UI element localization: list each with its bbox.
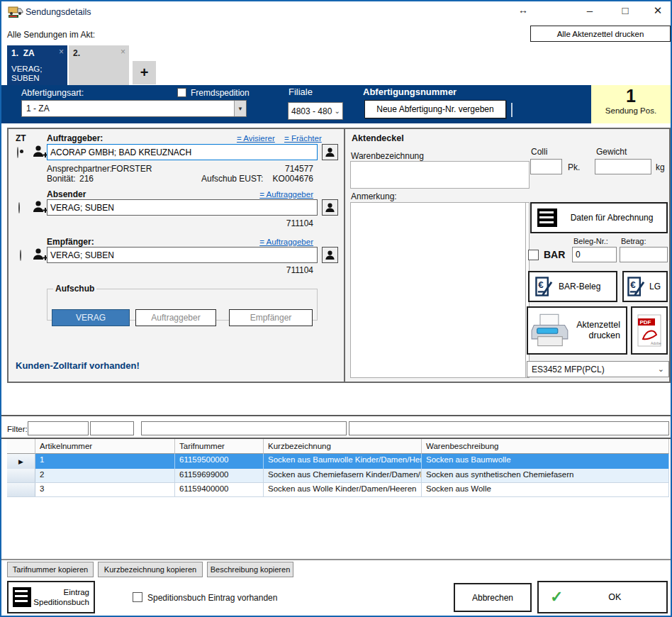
col-warenbeschreibung[interactable]: Warenbeschreibung <box>422 439 669 454</box>
bonitaet-value: 216 <box>79 174 94 184</box>
aktenzettel-drucken-button[interactable]: Aktenzettel drucken <box>527 306 627 355</box>
billing-divider <box>525 202 526 378</box>
cell-kurzbezeichnung[interactable]: Socken aus Chemiefasern Kinder/Damen/Hee… <box>264 469 422 482</box>
ok-button[interactable]: ✓ OK <box>537 581 668 613</box>
anmerkung-label: Anmerkung: <box>351 191 397 201</box>
printer-chevron-icon: ⌄ <box>654 365 668 374</box>
table-row[interactable]: ▶ 1 61159500000 Socken aus Baumwolle Kin… <box>7 454 669 469</box>
resize-icon[interactable]: ↔ <box>513 4 533 16</box>
warenbezeichnung-textarea[interactable] <box>350 161 530 189</box>
auftraggeber-input[interactable] <box>47 144 318 160</box>
table-row[interactable]: 2 61159699000 Socken aus Chemiefasern Ki… <box>7 469 669 483</box>
filter-input-2[interactable] <box>90 421 134 435</box>
aufschub-empfaenger-button[interactable]: Empfänger <box>229 309 313 326</box>
svg-text:€: € <box>630 279 636 290</box>
empfaenger-nr: 711104 <box>286 265 313 275</box>
cell-tarifnummer[interactable]: 61159400000 <box>175 483 264 496</box>
row-selector-cell[interactable]: ▶ <box>7 454 35 469</box>
maximize-button[interactable]: □ <box>615 4 635 16</box>
beleg-nr-input[interactable] <box>572 247 617 262</box>
ok-label: OK <box>563 592 666 602</box>
add-contact-icon[interactable] <box>33 248 48 264</box>
main-panels: ZT Auftraggeber: = Avisierer = Frächter … <box>7 128 671 383</box>
bonitaet-label: Bonität: <box>47 174 76 184</box>
dropdown-arrow-icon[interactable]: ▼ <box>234 101 246 116</box>
copy-tarifnummer-button[interactable]: Tarifnummer kopieren <box>7 562 94 577</box>
table-row[interactable]: 3 61159400000 Socken aus Wolle Kinder/Da… <box>7 483 669 497</box>
row-selector-cell[interactable] <box>7 469 35 482</box>
row-selector-cell[interactable] <box>7 483 35 496</box>
absender-radio[interactable] <box>18 202 20 213</box>
cell-warenbeschreibung[interactable]: Socken aus Baumwolle <box>422 454 669 469</box>
aktendeckel-title: Aktendeckel <box>352 133 404 143</box>
colli-input[interactable] <box>530 159 562 174</box>
auftraggeber-contacts-button[interactable] <box>322 144 338 160</box>
avisierer-link[interactable]: = Avisierer <box>237 134 275 143</box>
cell-kurzbezeichnung[interactable]: Socken aus Wolle Kinder/Damen/Heeren <box>264 483 422 496</box>
print-all-aktenzettel-button[interactable]: Alle Aktenzettel drucken <box>530 26 671 42</box>
tab1-close-icon[interactable]: × <box>59 47 64 57</box>
lg-button[interactable]: € LG <box>622 271 668 302</box>
cell-tarifnummer[interactable]: 61159500000 <box>175 454 264 469</box>
cell-warenbeschreibung[interactable]: Socken aus synthetischen Chemiefasern <box>422 469 669 482</box>
daten-abrechnung-button[interactable]: Daten für Abrechnung <box>530 202 668 233</box>
minimize-button[interactable]: – <box>580 4 600 16</box>
auftraggeber-radio[interactable] <box>17 147 18 158</box>
filter-input-4[interactable] <box>349 421 669 435</box>
tab1-line3: SUBEN <box>11 74 63 83</box>
selected-row-marker: ▶ <box>18 458 23 465</box>
absender-auftraggeber-link[interactable]: = Auftraggeber <box>259 190 313 199</box>
copy-beschreibung-button[interactable]: Beschreibung kopieren <box>207 562 293 577</box>
absender-contacts-button[interactable] <box>322 199 338 216</box>
empfaenger-radio[interactable] <box>20 250 21 261</box>
speditionsbuch-checkbox[interactable] <box>133 592 142 602</box>
copy-kurzbezeichnung-button[interactable]: Kurzbezeichnung kopieren <box>98 562 203 577</box>
pk-label: Pk. <box>568 162 580 172</box>
tab-shipment-1[interactable]: 1. ZA × VERAG; SUBEN <box>7 45 67 85</box>
betrag-input[interactable] <box>620 247 668 262</box>
all-shipments-label: Alle Sendungen im Akt: <box>7 30 95 40</box>
fraechter-link[interactable]: = Frächter <box>284 134 322 143</box>
printer-select[interactable]: ES3452 MFP(PCL) ⌄ <box>527 361 669 377</box>
cell-warenbeschreibung[interactable]: Socken aus Wolle <box>422 483 669 496</box>
eintrag-speditionsbuch-button[interactable]: Eintrag Speditionsbuch <box>7 581 95 613</box>
filiale-select[interactable]: 4803 - 480 ⌄ <box>288 102 343 120</box>
cancel-button[interactable]: Abbrechen <box>454 583 532 612</box>
pdf-button[interactable]: PDF Adobe <box>631 306 668 355</box>
selector-column-header <box>7 439 35 454</box>
window-title: Sendungsdetails <box>26 7 91 17</box>
abfertigungsart-dropdown[interactable]: 1 - ZA ▼ <box>21 100 247 117</box>
tab2-close-icon[interactable]: × <box>121 47 125 57</box>
empfaenger-auftraggeber-link[interactable]: = Auftraggeber <box>259 238 313 246</box>
aufschub-auftraggeber-button[interactable]: Auftraggeber <box>135 309 216 326</box>
gewicht-input[interactable] <box>595 159 651 174</box>
add-contact-icon[interactable] <box>33 200 48 216</box>
filter-label: Filter: <box>7 425 28 433</box>
zolltarif-note: Kunden-Zolltarif vorhanden! <box>16 360 140 371</box>
add-tab-button[interactable]: + <box>133 61 156 84</box>
aufschub-verag-button[interactable]: VERAG <box>52 309 130 326</box>
empfaenger-contacts-button[interactable] <box>322 247 338 263</box>
filter-input-3[interactable] <box>141 421 347 435</box>
filter-input-1[interactable] <box>28 421 89 435</box>
col-artikelnummer[interactable]: Artikelnummer <box>35 439 175 454</box>
fremdspedition-checkbox[interactable] <box>177 88 186 97</box>
close-button[interactable]: ✕ <box>648 4 668 17</box>
bar-label: BAR <box>544 249 565 260</box>
cell-artikelnummer[interactable]: 3 <box>35 483 175 496</box>
col-tarifnummer[interactable]: Tarifnummer <box>175 439 264 454</box>
add-contact-icon[interactable] <box>33 145 48 161</box>
cell-tarifnummer[interactable]: 61159699000 <box>175 469 264 482</box>
bar-beleg-label: BAR-Beleg <box>559 282 600 291</box>
tab-shipment-2[interactable]: 2. × <box>69 45 129 85</box>
cell-kurzbezeichnung[interactable]: Socken aus Baumwolle Kinder/Damen/Herren <box>264 454 422 469</box>
anmerkung-textarea[interactable] <box>350 202 530 378</box>
empfaenger-input[interactable] <box>47 247 318 263</box>
absender-input[interactable] <box>47 199 318 216</box>
cell-artikelnummer[interactable]: 1 <box>35 454 175 469</box>
bar-checkbox[interactable] <box>528 250 539 260</box>
bar-beleg-button[interactable]: € BAR-Beleg <box>528 271 617 302</box>
col-kurzbezeichnung[interactable]: Kurzbezeichnung <box>264 439 422 454</box>
cell-artikelnummer[interactable]: 2 <box>35 469 175 482</box>
neue-abfertigung-nr-button[interactable]: Neue Abfertigung-Nr. vergeben <box>364 100 506 118</box>
